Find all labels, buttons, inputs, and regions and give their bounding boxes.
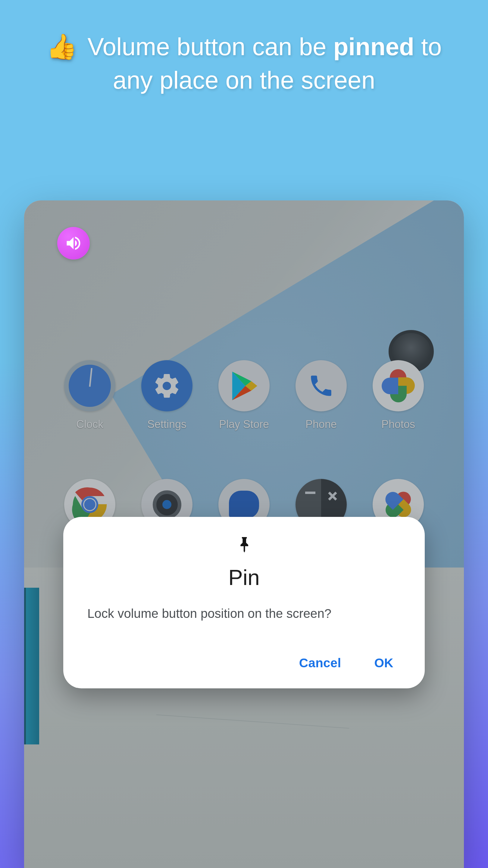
dialog-actions: Cancel OK (87, 656, 401, 673)
floating-volume-button[interactable] (57, 227, 90, 259)
ok-button[interactable]: OK (374, 656, 393, 670)
speaker-icon (64, 234, 83, 252)
thumbs-up-icon: 👍 (46, 30, 77, 64)
dialog-title: Pin (87, 565, 401, 590)
pin-dialog: Pin Lock volume button position on the s… (63, 517, 425, 688)
dialog-body: Lock volume button position on the scree… (87, 605, 401, 623)
hero-caption: 👍 Volume button can be pinned to any pla… (0, 0, 488, 97)
phone-frame: Clock Settings Play Store Phon (24, 200, 464, 868)
cancel-button[interactable]: Cancel (299, 656, 341, 670)
pin-icon (87, 535, 401, 556)
